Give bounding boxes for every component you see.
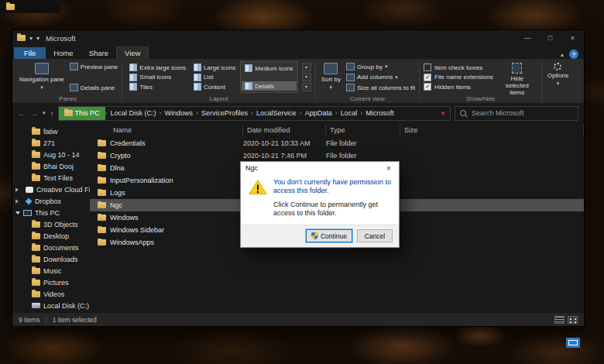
sidebar-item[interactable]: Local Disk (C:) (12, 300, 90, 311)
minimize-button[interactable]: — (516, 30, 539, 46)
dialog-close-icon[interactable]: × (380, 164, 397, 173)
breadcrumb-item[interactable]: Local (338, 107, 361, 120)
add-columns-button[interactable]: Add columns ▾ (346, 74, 415, 81)
sidebar-item[interactable]: fatiw (12, 125, 90, 137)
chevron-down-icon[interactable] (15, 211, 20, 215)
gallery-scroll-down-icon[interactable]: ▾ (302, 73, 311, 81)
column-header-date-modified[interactable]: Date modified (243, 124, 326, 136)
collapse-ribbon-icon[interactable]: ▴ (561, 51, 564, 58)
sidebar-item[interactable]: Videos (12, 288, 90, 300)
details-pane-icon (70, 84, 78, 91)
stop-icon[interactable]: × (436, 109, 450, 118)
sidebar-item[interactable]: Aug 10 - 14 (12, 149, 90, 160)
column-header-type[interactable]: Type (326, 124, 400, 136)
checkbox-file-name-extensions[interactable]: ✓File name extensions (424, 74, 493, 81)
checkbox-hidden-items[interactable]: ✓Hidden items (424, 83, 493, 91)
sidebar-item-label: Text Files (43, 174, 73, 182)
thumbnails-view-toggle-icon[interactable] (568, 316, 578, 324)
sidebar-item-label: Dropbox (35, 197, 61, 205)
checkbox-item-check-boxes[interactable]: Item check boxes (424, 64, 493, 71)
chevron-right-icon[interactable] (15, 187, 22, 192)
sidebar-item[interactable]: Pictures (12, 276, 90, 288)
search-input[interactable] (470, 108, 573, 118)
options-button[interactable]: Options ▾ (546, 61, 571, 93)
title-bar[interactable]: ▾ ▾ Microsoft — □ × (12, 30, 584, 46)
breadcrumb-item[interactable]: AppData (302, 107, 335, 120)
cancel-button[interactable]: Cancel (357, 229, 393, 242)
breadcrumb-item[interactable]: LocalService (253, 107, 300, 120)
sidebar-item[interactable]: Downloads (12, 253, 90, 265)
sort-by-button[interactable]: Sort by ▾ (320, 61, 342, 93)
tab-view[interactable]: View (116, 46, 149, 59)
layout-option-small-icons[interactable]: Small icons (126, 73, 189, 82)
layout-option-large-icons[interactable]: Large icons (190, 63, 239, 72)
cc-icon (26, 187, 33, 193)
preview-pane-button[interactable]: Preview pane (70, 63, 118, 70)
sidebar-item[interactable]: Bhai Dooj (12, 160, 90, 172)
folder-icon (32, 268, 40, 274)
file-name: Credentials (110, 139, 146, 147)
preview-pane-icon (70, 63, 78, 70)
drive-icon (32, 303, 40, 308)
sidebar-item[interactable]: This PC (12, 207, 90, 218)
sidebar-item[interactable]: Desktop (12, 230, 90, 242)
group-by-button[interactable]: Group by ▾ (346, 63, 415, 70)
column-header-size[interactable]: Size (400, 124, 584, 136)
sidebar-item[interactable]: Text Files (12, 172, 90, 184)
qat-button-icon[interactable]: ▾ (29, 35, 33, 42)
tab-file[interactable]: File (14, 47, 46, 59)
search-box[interactable] (455, 106, 578, 121)
gallery-more-icon[interactable]: ▾ (302, 83, 311, 91)
breadcrumb-item[interactable]: Local Disk (C:) (108, 107, 160, 120)
gallery-scroll-up-icon[interactable]: ▴ (302, 63, 311, 71)
forward-icon[interactable]: → (30, 109, 38, 118)
folder-icon (32, 140, 40, 146)
sidebar-item-label: 271 (43, 139, 55, 147)
dialog-paragraph: Click Continue to permanently get access… (273, 201, 391, 218)
chevron-right-icon[interactable] (15, 199, 22, 204)
help-icon[interactable]: ? (569, 50, 578, 59)
continue-button[interactable]: Continue (306, 229, 352, 242)
file-name: Logs (110, 189, 125, 197)
sidebar-item[interactable]: Documents (12, 242, 90, 253)
breadcrumb-label: Windows (165, 109, 194, 117)
layout-option-content[interactable]: Content (190, 82, 239, 91)
chevron-down-icon: ▾ (395, 74, 398, 81)
tab-home[interactable]: Home (46, 47, 81, 59)
sidebar-item[interactable]: 3D Objects (12, 218, 90, 230)
layout-option-tiles[interactable]: Tiles (126, 82, 189, 91)
navigation-pane-button[interactable]: Navigation pane ▾ (18, 61, 66, 93)
touch-keyboard-icon[interactable] (566, 338, 580, 348)
details-pane-button[interactable]: Details pane (70, 84, 118, 91)
breadcrumb-item[interactable]: ServiceProfiles (198, 107, 251, 120)
layout-option-medium-icons[interactable]: Medium icons (242, 64, 296, 73)
tab-share[interactable]: Share (81, 47, 116, 59)
sidebar-item[interactable]: 271 (12, 137, 90, 149)
layout-option-details[interactable]: Details (242, 81, 296, 91)
up-icon[interactable]: ↑ (50, 109, 54, 118)
close-button[interactable]: × (561, 30, 584, 46)
size-all-columns-button[interactable]: Size all columns to fit (346, 84, 415, 91)
layout-option-extra-large-icons[interactable]: Extra large icons (126, 63, 189, 72)
details-view-toggle-icon[interactable] (554, 316, 565, 324)
sidebar-item[interactable]: Dropbox (12, 195, 90, 207)
sidebar-item[interactable]: Music (12, 265, 90, 276)
hide-selected-items-button[interactable]: Hide selected items (497, 61, 537, 93)
sidebar-item-label: fatiw (43, 128, 58, 136)
view-icon (194, 74, 201, 81)
file-row[interactable]: Credentials2020-10-21 10:33 AMFile folde… (90, 137, 584, 149)
breadcrumb-item[interactable]: Microsoft (362, 107, 397, 120)
breadcrumb-bar[interactable]: This PC›Local Disk (C:)›Windows›ServiceP… (58, 106, 451, 121)
column-header-name[interactable]: Name (109, 124, 243, 136)
sidebar-item[interactable]: Creative Cloud Fil (12, 184, 90, 195)
dialog-title-bar[interactable]: Ngc × (241, 162, 399, 174)
qat-customize-arrow-icon[interactable]: ▾ (36, 35, 39, 42)
file-row[interactable]: Crypto2020-10-21 7:46 PMFile folder (90, 149, 584, 162)
recent-locations-icon[interactable]: ▾ (43, 110, 46, 116)
maximize-button[interactable]: □ (539, 30, 561, 46)
breadcrumb-item[interactable]: This PC (59, 107, 105, 120)
back-icon[interactable]: ← (18, 109, 26, 118)
dropbox-icon (25, 197, 32, 204)
breadcrumb-item[interactable]: Windows (162, 107, 197, 120)
layout-option-list[interactable]: List (190, 73, 239, 82)
